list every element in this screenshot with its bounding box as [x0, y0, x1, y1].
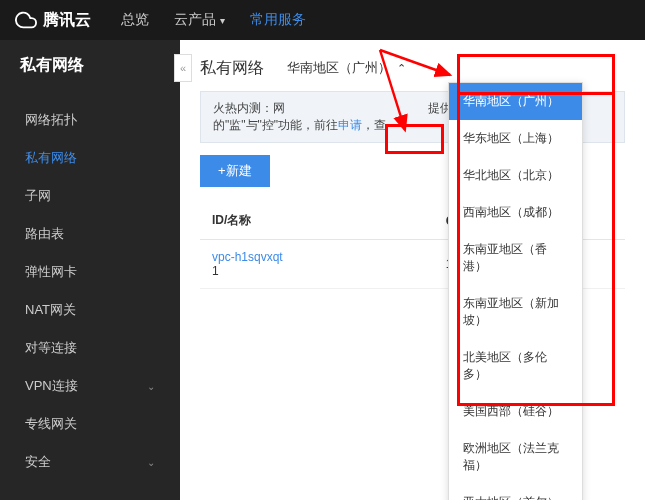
sidebar-item-label: 网络拓扑: [25, 111, 77, 129]
sidebar-item-direct-connect[interactable]: 专线网关: [0, 405, 180, 443]
region-option-toronto[interactable]: 北美地区（多伦多）: [449, 339, 582, 393]
region-option-siliconvalley[interactable]: 美国西部（硅谷）: [449, 393, 582, 430]
sidebar-item-peering[interactable]: 对等连接: [0, 329, 180, 367]
chevron-up-icon: ⌃: [397, 62, 406, 75]
region-option-hongkong[interactable]: 东南亚地区（香港）: [449, 231, 582, 285]
alert-text-tail: ，查: [362, 118, 386, 132]
sidebar-item-vpn[interactable]: VPN连接⌄: [0, 367, 180, 405]
sidebar-menu: 网络拓扑 私有网络 子网 路由表 弹性网卡 NAT网关 对等连接 VPN连接⌄ …: [0, 91, 180, 491]
sidebar-item-vpc[interactable]: 私有网络: [0, 139, 180, 177]
topbar: 腾讯云 总览 云产品 ▾ 常用服务: [0, 0, 645, 40]
sidebar-item-route-table[interactable]: 路由表: [0, 215, 180, 253]
page-title: 私有网络: [200, 58, 264, 79]
sidebar-item-label: 对等连接: [25, 339, 77, 357]
region-selector-label: 华南地区（广州）: [287, 59, 391, 77]
topnav-common-services[interactable]: 常用服务: [250, 11, 306, 29]
sidebar-item-label: NAT网关: [25, 301, 76, 319]
topnav-products[interactable]: 云产品 ▾: [174, 11, 225, 29]
sidebar-item-label: VPN连接: [25, 377, 78, 395]
brand-logo[interactable]: 腾讯云: [15, 9, 91, 31]
main-content: 私有网络 华南地区（广州） ⌃ 火热内测：网 提供基于IP·网关粒度的"监"与"…: [180, 40, 645, 500]
brand-text: 腾讯云: [43, 10, 91, 31]
alert-apply-link[interactable]: 申请: [338, 118, 362, 132]
chevron-down-icon: ⌄: [147, 457, 155, 468]
region-option-chengdu[interactable]: 西南地区（成都）: [449, 194, 582, 231]
topnav-products-label: 云产品: [174, 11, 216, 29]
region-option-guangzhou[interactable]: 华南地区（广州）: [449, 83, 582, 120]
cloud-icon: [15, 9, 37, 31]
sidebar-item-label: 安全: [25, 453, 51, 471]
topnav-overview[interactable]: 总览: [121, 11, 149, 29]
sidebar-item-security[interactable]: 安全⌄: [0, 443, 180, 481]
sidebar-title: 私有网络: [0, 40, 180, 91]
sidebar: 私有网络 « 网络拓扑 私有网络 子网 路由表 弹性网卡 NAT网关 对等连接 …: [0, 40, 180, 500]
sidebar-item-nat[interactable]: NAT网关: [0, 291, 180, 329]
sidebar-item-label: 专线网关: [25, 415, 77, 433]
sidebar-item-eni[interactable]: 弹性网卡: [0, 253, 180, 291]
region-option-frankfurt[interactable]: 欧洲地区（法兰克福）: [449, 430, 582, 484]
region-option-shanghai[interactable]: 华东地区（上海）: [449, 120, 582, 157]
sidebar-item-subnet[interactable]: 子网: [0, 177, 180, 215]
region-option-seoul[interactable]: 亚太地区（首尔）: [449, 484, 582, 500]
region-dropdown-menu: 华南地区（广州） 华东地区（上海） 华北地区（北京） 西南地区（成都） 东南亚地…: [448, 82, 583, 500]
region-option-beijing[interactable]: 华北地区（北京）: [449, 157, 582, 194]
sidebar-collapse-button[interactable]: «: [174, 54, 192, 82]
sidebar-item-label: 子网: [25, 187, 51, 205]
alert-text-prefix: 火热内测：网: [213, 101, 285, 115]
region-selector[interactable]: 华南地区（广州） ⌃: [279, 55, 414, 81]
sidebar-item-topology[interactable]: 网络拓扑: [0, 101, 180, 139]
sidebar-item-label: 弹性网卡: [25, 263, 77, 281]
new-button[interactable]: +新建: [200, 155, 270, 187]
region-option-singapore[interactable]: 东南亚地区（新加坡）: [449, 285, 582, 339]
sidebar-item-label: 私有网络: [25, 149, 77, 167]
vpc-name: 1: [212, 264, 422, 278]
chevron-down-icon: ▾: [220, 15, 225, 26]
chevron-down-icon: ⌄: [147, 381, 155, 392]
vpc-id-link[interactable]: vpc-h1sqvxqt: [212, 250, 422, 264]
table-header-id[interactable]: ID/名称: [200, 202, 434, 240]
sidebar-item-label: 路由表: [25, 225, 64, 243]
page-header: 私有网络 华南地区（广州） ⌃: [200, 55, 625, 81]
